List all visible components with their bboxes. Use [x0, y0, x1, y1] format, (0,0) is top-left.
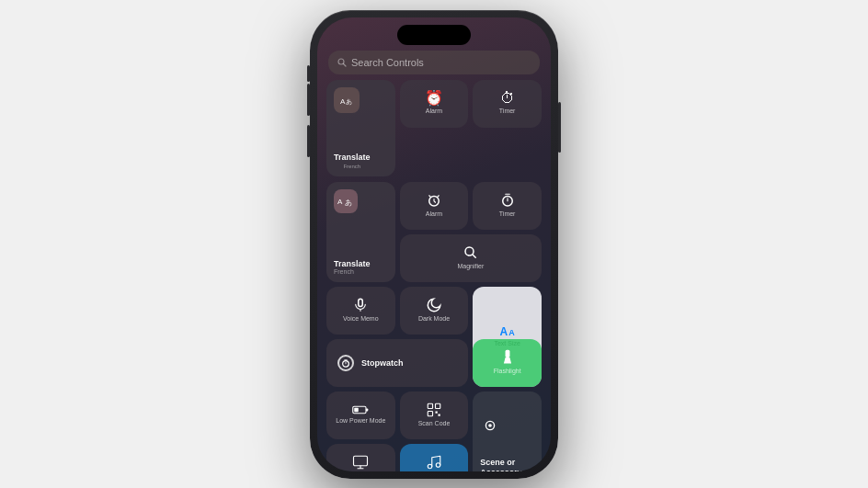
low-power-control[interactable]: Low Power Mode	[326, 392, 395, 439]
notch	[397, 25, 471, 45]
translate-icon: A あ	[334, 87, 360, 113]
translate-control[interactable]: A あ Translate French	[326, 80, 395, 176]
svg-rect-16	[428, 404, 432, 409]
magnifier-control[interactable]: Magnifier	[400, 234, 542, 282]
svg-rect-19	[435, 412, 437, 414]
text-size-icon: A A	[500, 325, 515, 338]
search-icon	[337, 58, 347, 67]
translate-sublabel: French	[334, 164, 371, 169]
mute-button[interactable]	[307, 65, 310, 82]
dark-mode-icon	[426, 297, 442, 313]
svg-point-22	[488, 424, 492, 427]
svg-text:あ: あ	[345, 199, 352, 207]
svg-text:A: A	[337, 198, 343, 206]
recognize-music-icon	[426, 454, 442, 471]
svg-rect-15	[355, 408, 360, 413]
svg-rect-14	[366, 409, 368, 412]
recognize-music-control[interactable]: Recognize Music	[400, 444, 469, 471]
svg-rect-23	[354, 457, 368, 467]
voice-memo-control[interactable]: Voice Memo	[326, 287, 395, 335]
svg-text:あ: あ	[346, 98, 352, 106]
timer-label: Timer	[499, 108, 516, 115]
translate-icon-bg: A あ	[334, 189, 358, 213]
low-power-icon	[352, 404, 369, 415]
screen-mirror-icon	[352, 454, 369, 471]
screen-mirror-control[interactable]: Screen Mirroring	[326, 444, 395, 471]
phone-frame: Search Controls A あ Translate French	[310, 10, 558, 479]
svg-rect-18	[428, 412, 432, 416]
volume-up-button[interactable]	[307, 84, 310, 116]
scene-label: Scene orAccessory	[480, 458, 522, 471]
phone-screen: Search Controls A あ Translate French	[317, 17, 551, 471]
timer-icon: ⏱	[500, 91, 515, 106]
timer-control[interactable]: Timer	[473, 182, 542, 230]
svg-line-1	[344, 63, 347, 66]
voice-memo-icon	[352, 297, 369, 313]
magnifier-icon	[463, 244, 479, 261]
stopwatch-label: Stopwatch	[361, 358, 404, 368]
svg-point-8	[465, 247, 474, 255]
translate-svg: A あ	[337, 195, 354, 208]
stopwatch-icon	[337, 355, 354, 371]
stopwatch-control[interactable]: Stopwatch	[326, 339, 468, 387]
timer-control[interactable]: ⏱ Timer	[473, 80, 542, 128]
translate-label: Translate	[334, 153, 371, 163]
svg-rect-17	[435, 404, 440, 409]
low-power-label: Low Power Mode	[336, 417, 385, 425]
scan-code-icon	[426, 402, 442, 418]
svg-point-25	[436, 463, 440, 468]
timer-icon	[499, 192, 516, 209]
alarm-control[interactable]: Alarm	[400, 182, 469, 230]
svg-rect-12	[505, 350, 509, 357]
scene-control[interactable]: Scene orAccessory Home	[473, 392, 542, 471]
timer-label: Timer	[499, 210, 516, 218]
alarm-label: Alarm	[426, 108, 442, 115]
alarm-icon: ⏰	[425, 91, 443, 106]
flashlight-control[interactable]: Flashlight	[473, 339, 542, 387]
voice-memo-label: Voice Memo	[343, 315, 379, 323]
svg-rect-20	[438, 414, 440, 416]
flashlight-label: Flashlight	[494, 368, 521, 375]
scan-code-control[interactable]: Scan Code	[400, 392, 469, 439]
flashlight-icon	[501, 349, 514, 366]
svg-rect-9	[359, 300, 363, 307]
volume-down-button[interactable]	[307, 125, 310, 157]
alarm-label: Alarm	[426, 210, 442, 218]
translate-sublabel: French	[334, 268, 371, 275]
translate-label: Translate	[334, 259, 371, 268]
dark-mode-label: Dark Mode	[418, 315, 450, 323]
svg-point-24	[428, 465, 432, 470]
screen-content: Search Controls A あ Translate French	[317, 17, 551, 471]
magnifier-label: Magnifier	[457, 263, 484, 270]
translate-control[interactable]: A あ Translate French	[326, 182, 395, 282]
scan-code-label: Scan Code	[418, 420, 451, 427]
search-bar[interactable]: Search Controls	[328, 51, 540, 74]
dark-mode-control[interactable]: Dark Mode	[400, 287, 469, 335]
power-button[interactable]	[558, 102, 561, 153]
alarm-control[interactable]: ⏰ Alarm	[400, 80, 469, 128]
search-placeholder: Search Controls	[351, 57, 424, 68]
alarm-icon	[426, 192, 442, 209]
